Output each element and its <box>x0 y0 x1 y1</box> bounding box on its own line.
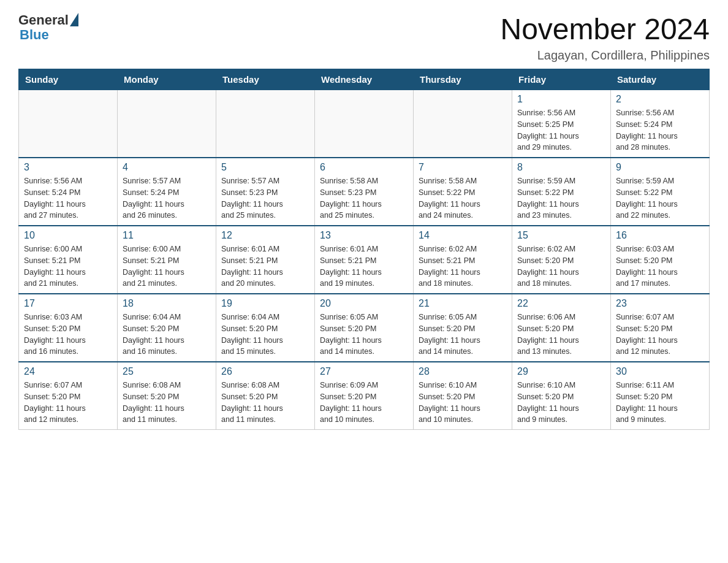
day-info: Sunrise: 6:09 AMSunset: 5:20 PMDaylight:… <box>320 380 408 426</box>
day-info: Sunrise: 5:58 AMSunset: 5:23 PMDaylight:… <box>320 175 408 221</box>
day-info: Sunrise: 6:04 AMSunset: 5:20 PMDaylight:… <box>123 312 211 358</box>
day-number: 23 <box>616 298 704 309</box>
day-number: 29 <box>517 366 605 377</box>
page-header: General Blue November 2024 Lagayan, Cord… <box>18 12 710 63</box>
day-number: 7 <box>419 162 507 173</box>
day-number: 25 <box>123 366 211 377</box>
day-number: 30 <box>616 366 704 377</box>
day-number: 20 <box>320 298 408 309</box>
day-number: 13 <box>320 230 408 241</box>
day-info: Sunrise: 5:56 AMSunset: 5:25 PMDaylight:… <box>517 107 605 153</box>
day-number: 11 <box>123 230 211 241</box>
day-number: 4 <box>123 162 211 173</box>
calendar-cell: 14Sunrise: 6:02 AMSunset: 5:21 PMDayligh… <box>414 226 512 294</box>
day-number: 22 <box>517 298 605 309</box>
day-info: Sunrise: 5:59 AMSunset: 5:22 PMDaylight:… <box>517 175 605 221</box>
day-number: 8 <box>517 162 605 173</box>
calendar-cell: 28Sunrise: 6:10 AMSunset: 5:20 PMDayligh… <box>414 362 512 430</box>
weekday-header-saturday: Saturday <box>611 69 710 90</box>
calendar-cell: 9Sunrise: 5:59 AMSunset: 5:22 PMDaylight… <box>611 158 710 226</box>
day-info: Sunrise: 6:07 AMSunset: 5:20 PMDaylight:… <box>616 312 704 358</box>
calendar-cell <box>414 90 512 158</box>
day-number: 18 <box>123 298 211 309</box>
day-info: Sunrise: 5:56 AMSunset: 5:24 PMDaylight:… <box>24 175 112 221</box>
day-info: Sunrise: 6:04 AMSunset: 5:20 PMDaylight:… <box>221 312 309 358</box>
calendar-cell: 1Sunrise: 5:56 AMSunset: 5:25 PMDaylight… <box>512 90 611 158</box>
weekday-header-friday: Friday <box>512 69 611 90</box>
day-number: 26 <box>221 366 309 377</box>
calendar-cell: 11Sunrise: 6:00 AMSunset: 5:21 PMDayligh… <box>118 226 216 294</box>
calendar-cell: 19Sunrise: 6:04 AMSunset: 5:20 PMDayligh… <box>216 294 315 362</box>
calendar-cell: 29Sunrise: 6:10 AMSunset: 5:20 PMDayligh… <box>512 362 611 430</box>
weekday-header-wednesday: Wednesday <box>315 69 414 90</box>
calendar-cell: 25Sunrise: 6:08 AMSunset: 5:20 PMDayligh… <box>118 362 216 430</box>
day-info: Sunrise: 6:10 AMSunset: 5:20 PMDaylight:… <box>517 380 605 426</box>
calendar-cell: 26Sunrise: 6:08 AMSunset: 5:20 PMDayligh… <box>216 362 315 430</box>
day-number: 5 <box>221 162 309 173</box>
day-number: 1 <box>517 94 605 105</box>
logo-triangle-icon <box>70 13 78 26</box>
day-info: Sunrise: 5:57 AMSunset: 5:23 PMDaylight:… <box>221 175 309 221</box>
calendar-cell: 6Sunrise: 5:58 AMSunset: 5:23 PMDaylight… <box>315 158 414 226</box>
day-info: Sunrise: 6:00 AMSunset: 5:21 PMDaylight:… <box>123 243 211 289</box>
day-number: 3 <box>24 162 112 173</box>
calendar-cell <box>19 90 118 158</box>
calendar-cell <box>216 90 315 158</box>
calendar-cell: 3Sunrise: 5:56 AMSunset: 5:24 PMDaylight… <box>19 158 118 226</box>
day-info: Sunrise: 6:03 AMSunset: 5:20 PMDaylight:… <box>24 312 112 358</box>
day-number: 17 <box>24 298 112 309</box>
calendar-cell: 27Sunrise: 6:09 AMSunset: 5:20 PMDayligh… <box>315 362 414 430</box>
logo-general-text: General <box>18 12 69 28</box>
logo-blue-text: Blue <box>20 27 49 43</box>
day-number: 16 <box>616 230 704 241</box>
calendar-cell: 18Sunrise: 6:04 AMSunset: 5:20 PMDayligh… <box>118 294 216 362</box>
day-info: Sunrise: 6:03 AMSunset: 5:20 PMDaylight:… <box>616 243 704 289</box>
calendar-cell: 16Sunrise: 6:03 AMSunset: 5:20 PMDayligh… <box>611 226 710 294</box>
calendar-cell: 30Sunrise: 6:11 AMSunset: 5:20 PMDayligh… <box>611 362 710 430</box>
day-number: 14 <box>419 230 507 241</box>
calendar-cell: 2Sunrise: 5:56 AMSunset: 5:24 PMDaylight… <box>611 90 710 158</box>
calendar-table: SundayMondayTuesdayWednesdayThursdayFrid… <box>18 69 710 430</box>
calendar-week-row: 17Sunrise: 6:03 AMSunset: 5:20 PMDayligh… <box>19 294 710 362</box>
day-number: 27 <box>320 366 408 377</box>
day-info: Sunrise: 5:58 AMSunset: 5:22 PMDaylight:… <box>419 175 507 221</box>
weekday-header-sunday: Sunday <box>19 69 118 90</box>
calendar-cell: 15Sunrise: 6:02 AMSunset: 5:20 PMDayligh… <box>512 226 611 294</box>
day-number: 21 <box>419 298 507 309</box>
calendar-week-row: 1Sunrise: 5:56 AMSunset: 5:25 PMDaylight… <box>19 90 710 158</box>
calendar-header-row: SundayMondayTuesdayWednesdayThursdayFrid… <box>19 69 710 90</box>
day-info: Sunrise: 6:00 AMSunset: 5:21 PMDaylight:… <box>24 243 112 289</box>
day-number: 24 <box>24 366 112 377</box>
day-info: Sunrise: 5:57 AMSunset: 5:24 PMDaylight:… <box>123 175 211 221</box>
day-number: 28 <box>419 366 507 377</box>
calendar-week-row: 24Sunrise: 6:07 AMSunset: 5:20 PMDayligh… <box>19 362 710 430</box>
day-info: Sunrise: 5:56 AMSunset: 5:24 PMDaylight:… <box>616 107 704 153</box>
day-info: Sunrise: 6:02 AMSunset: 5:20 PMDaylight:… <box>517 243 605 289</box>
day-info: Sunrise: 6:05 AMSunset: 5:20 PMDaylight:… <box>419 312 507 358</box>
location-text: Lagayan, Cordillera, Philippines <box>500 48 710 63</box>
calendar-cell: 22Sunrise: 6:06 AMSunset: 5:20 PMDayligh… <box>512 294 611 362</box>
day-number: 6 <box>320 162 408 173</box>
calendar-cell: 20Sunrise: 6:05 AMSunset: 5:20 PMDayligh… <box>315 294 414 362</box>
day-info: Sunrise: 6:08 AMSunset: 5:20 PMDaylight:… <box>123 380 211 426</box>
day-info: Sunrise: 6:08 AMSunset: 5:20 PMDaylight:… <box>221 380 309 426</box>
day-info: Sunrise: 6:11 AMSunset: 5:20 PMDaylight:… <box>616 380 704 426</box>
day-number: 19 <box>221 298 309 309</box>
day-number: 15 <box>517 230 605 241</box>
calendar-cell <box>315 90 414 158</box>
calendar-cell: 23Sunrise: 6:07 AMSunset: 5:20 PMDayligh… <box>611 294 710 362</box>
day-number: 10 <box>24 230 112 241</box>
calendar-cell: 8Sunrise: 5:59 AMSunset: 5:22 PMDaylight… <box>512 158 611 226</box>
calendar-cell: 12Sunrise: 6:01 AMSunset: 5:21 PMDayligh… <box>216 226 315 294</box>
title-block: November 2024 Lagayan, Cordillera, Phili… <box>500 12 710 63</box>
calendar-week-row: 10Sunrise: 6:00 AMSunset: 5:21 PMDayligh… <box>19 226 710 294</box>
day-info: Sunrise: 6:05 AMSunset: 5:20 PMDaylight:… <box>320 312 408 358</box>
calendar-cell <box>118 90 216 158</box>
day-info: Sunrise: 6:01 AMSunset: 5:21 PMDaylight:… <box>320 243 408 289</box>
weekday-header-monday: Monday <box>118 69 216 90</box>
day-info: Sunrise: 6:02 AMSunset: 5:21 PMDaylight:… <box>419 243 507 289</box>
calendar-cell: 17Sunrise: 6:03 AMSunset: 5:20 PMDayligh… <box>19 294 118 362</box>
calendar-cell: 5Sunrise: 5:57 AMSunset: 5:23 PMDaylight… <box>216 158 315 226</box>
day-info: Sunrise: 6:06 AMSunset: 5:20 PMDaylight:… <box>517 312 605 358</box>
calendar-cell: 24Sunrise: 6:07 AMSunset: 5:20 PMDayligh… <box>19 362 118 430</box>
